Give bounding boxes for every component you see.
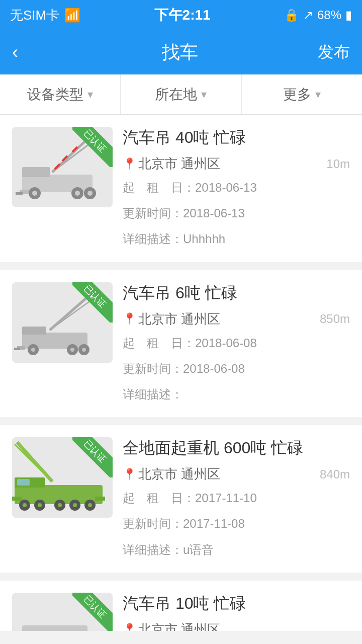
cert-badge: 已认证 (72, 282, 113, 323)
rent-date: 起 租 日：2017-11-10 (123, 487, 350, 509)
location-row: 📍 北京市 通州区 850m (123, 310, 350, 328)
location-pin-icon: 📍 (123, 468, 136, 481)
chevron-down-icon: ▾ (201, 88, 207, 101)
list-item[interactable]: 已认证 全地面起重机 600吨 忙碌 📍 北京市 通州区 840m 起 租 日：… (0, 425, 362, 573)
svg-point-24 (82, 348, 86, 352)
vehicle-title: 全地面起重机 600吨 忙碌 (123, 437, 350, 459)
list-item[interactable]: 已认证 汽车吊 6吨 忙碌 📍 北京市 通州区 850m 起 租 日：2018-… (0, 270, 362, 418)
update-time: 更新时间：2018-06-08 (123, 358, 350, 379)
back-button[interactable]: ‹ (12, 42, 42, 63)
distance-text: 840m (320, 467, 350, 481)
location-icon: ↗ (303, 8, 313, 22)
svg-rect-46 (95, 497, 105, 501)
rent-date: 起 租 日：2018-06-13 (123, 177, 350, 198)
svg-rect-28 (14, 348, 20, 350)
lock-icon: 🔒 (284, 8, 299, 22)
location-text: 北京市 通州区 (138, 465, 220, 483)
svg-point-4 (32, 191, 37, 196)
rent-date: 起 租 日：2018-06-08 (123, 332, 350, 354)
location-pin-icon: 📍 (123, 157, 136, 171)
publish-button[interactable]: 发布 (318, 41, 350, 63)
cert-label: 已认证 (72, 127, 113, 167)
location-info: 📍 北京市 通州区 (123, 465, 220, 483)
svg-point-40 (73, 503, 77, 507)
svg-rect-18 (22, 327, 46, 335)
location-pin-icon: 📍 (123, 623, 136, 631)
list-item[interactable]: 已认证 汽车吊 10吨 忙碌 📍 北京市 通州区 (0, 581, 362, 631)
location-text: 北京市 通州区 (138, 155, 220, 173)
vehicle-title: 汽车吊 6吨 忙碌 (123, 282, 350, 304)
wifi-icon: 📶 (64, 8, 80, 23)
vehicle-list: 已认证 汽车吊 40吨 忙碌 📍 北京市 通州区 10m 起 租 日：2018-… (0, 115, 362, 631)
svg-point-8 (87, 191, 93, 196)
battery-text: 68% (317, 8, 341, 22)
location-row: 📍 北京市 通州区 10m (123, 155, 350, 173)
description: 详细描述：u语音 (123, 539, 350, 560)
chevron-down-icon: ▾ (87, 88, 93, 101)
card-details: 汽车吊 10吨 忙碌 📍 北京市 通州区 (123, 593, 350, 631)
svg-rect-2 (22, 167, 50, 177)
filter-location[interactable]: 所在地 ▾ (121, 74, 241, 114)
card-details: 全地面起重机 600吨 忙碌 📍 北京市 通州区 840m 起 租 日：2017… (123, 437, 350, 560)
svg-point-22 (70, 348, 74, 352)
vehicle-image: 已认证 (12, 282, 113, 363)
location-info: 📍 北京市 通州区 (123, 310, 220, 328)
list-item[interactable]: 已认证 汽车吊 40吨 忙碌 📍 北京市 通州区 10m 起 租 日：2018-… (0, 115, 362, 262)
vehicle-title: 汽车吊 10吨 忙碌 (123, 593, 350, 615)
status-time: 下午2:11 (154, 6, 211, 25)
card-details: 汽车吊 6吨 忙碌 📍 北京市 通州区 850m 起 租 日：2018-06-0… (123, 282, 350, 406)
update-time: 更新时间：2018-06-13 (123, 202, 350, 224)
filter-more-label: 更多 (283, 85, 311, 104)
filter-equipment-type[interactable]: 设备类型 ▾ (0, 74, 121, 114)
cert-badge: 已认证 (72, 437, 113, 477)
location-text: 北京市 通州区 (138, 310, 220, 328)
cert-badge: 已认证 (72, 593, 113, 631)
svg-point-42 (88, 503, 92, 507)
location-row: 📍 北京市 通州区 840m (123, 465, 350, 483)
filter-more[interactable]: 更多 ▾ (242, 74, 362, 114)
description: 详细描述： (123, 383, 350, 405)
nav-bar: ‹ 找车 发布 (0, 30, 362, 74)
location-info: 📍 北京市 通州区 (123, 155, 220, 173)
distance-text: 10m (326, 157, 350, 171)
status-right: 🔒 ↗ 68% ▮ (284, 8, 352, 22)
filter-bar: 设备类型 ▾ 所在地 ▾ 更多 ▾ (0, 74, 362, 115)
update-time: 更新时间：2017-11-08 (123, 513, 350, 534)
vehicle-image: 已认证 (12, 437, 113, 518)
svg-rect-32 (17, 479, 30, 486)
chevron-down-icon: ▾ (315, 88, 321, 101)
cert-label: 已认证 (72, 282, 113, 323)
battery-icon: ▮ (345, 8, 352, 22)
svg-point-20 (31, 348, 35, 352)
page-title: 找车 (162, 40, 198, 65)
status-left: 无SIM卡 📶 (10, 7, 80, 24)
svg-point-6 (75, 191, 80, 196)
cert-label: 已认证 (72, 437, 113, 477)
svg-rect-12 (16, 192, 23, 195)
description: 详细描述：Uhhhhh (123, 228, 350, 250)
cert-badge: 已认证 (72, 127, 113, 167)
vehicle-title: 汽车吊 40吨 忙碌 (123, 127, 350, 149)
location-text: 北京市 通州区 (138, 621, 220, 631)
vehicle-image: 已认证 (12, 127, 113, 207)
distance-text: 850m (320, 312, 350, 326)
svg-point-38 (58, 503, 62, 507)
card-details: 汽车吊 40吨 忙碌 📍 北京市 通州区 10m 起 租 日：2018-06-1… (123, 127, 350, 250)
signal-text: 无SIM卡 (10, 7, 59, 24)
svg-point-34 (23, 503, 27, 507)
filter-location-label: 所在地 (155, 85, 197, 104)
svg-point-36 (38, 503, 42, 507)
status-bar: 无SIM卡 📶 下午2:11 🔒 ↗ 68% ▮ (0, 0, 362, 30)
location-pin-icon: 📍 (123, 312, 136, 326)
vehicle-image: 已认证 (12, 593, 113, 631)
filter-equipment-label: 设备类型 (27, 85, 83, 104)
cert-label: 已认证 (72, 593, 113, 631)
svg-rect-45 (12, 497, 22, 501)
location-info: 📍 北京市 通州区 (123, 621, 350, 631)
